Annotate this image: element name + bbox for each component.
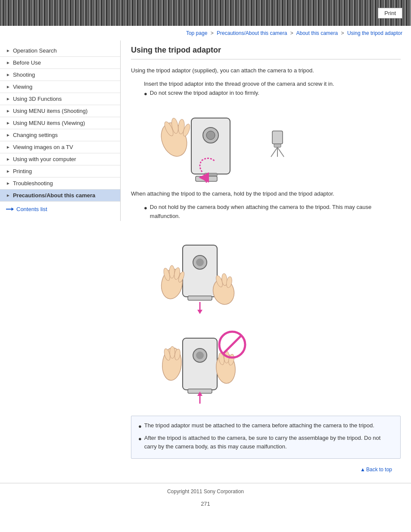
chevron-right-icon: ► (6, 193, 10, 198)
svg-point-23 (169, 265, 174, 278)
bullet-icon-3: ● (138, 422, 142, 431)
breadcrumb: Top page > Precautions/About this camera… (0, 26, 411, 40)
step1-bullet: ● Do not screw the tripod adaptor in too… (144, 89, 401, 99)
note1: ● The tripod adaptor must be attached to… (138, 421, 393, 431)
svg-line-16 (277, 147, 284, 157)
chevron-right-icon: ► (6, 157, 10, 162)
svg-point-34 (196, 352, 204, 359)
sidebar-item-viewing[interactable]: ► Viewing (0, 81, 120, 93)
diagram-2 (140, 228, 401, 314)
sidebar-item-shooting[interactable]: ► Shooting (0, 69, 120, 81)
page-number: 271 (0, 497, 411, 510)
arrow-right-icon (6, 207, 14, 212)
note2-text: After the tripod is attached to the came… (144, 434, 393, 452)
sidebar: ► Operation Search ► Before Use ► Shooti… (0, 40, 121, 221)
svg-marker-31 (197, 310, 202, 314)
note1-text: The tripod adaptor must be attached to t… (144, 421, 374, 430)
step2-bullet-text: Do not hold by the camera body when atta… (150, 203, 401, 221)
sidebar-item-menu-viewing[interactable]: ► Using MENU items (Viewing) (0, 117, 120, 129)
tripod-foot-diagram (265, 129, 290, 159)
sidebar-item-menu-shooting[interactable]: ► Using MENU items (Shooting) (0, 105, 120, 117)
svg-point-38 (170, 346, 175, 358)
chevron-right-icon: ► (6, 72, 10, 77)
chevron-right-icon: ► (6, 181, 10, 186)
svg-line-14 (271, 147, 277, 157)
bullet-icon: ● (144, 90, 147, 99)
sidebar-item-label: Troubleshooting (13, 180, 53, 187)
svg-rect-12 (272, 131, 283, 144)
sidebar-item-label: Using with your computer (13, 156, 76, 162)
sidebar-item-changing-settings[interactable]: ► Changing settings (0, 129, 120, 141)
info-box: ● The tripod adaptor must be attached to… (131, 416, 401, 459)
sidebar-item-label: Changing settings (13, 132, 58, 138)
step1-bullet-text: Do not screw the tripod adaptor in too f… (150, 89, 259, 98)
sidebar-item-label: Using MENU items (Shooting) (13, 108, 87, 114)
diagram-2-svg (140, 228, 260, 314)
back-to-top-link[interactable]: ▲Back to top (360, 467, 392, 473)
sidebar-item-printing[interactable]: ► Printing (0, 165, 120, 177)
print-button[interactable]: Print (378, 8, 402, 19)
svg-point-2 (206, 131, 215, 140)
header-bar: Print (0, 0, 411, 26)
sidebar-item-3d[interactable]: ► Using 3D Functions (0, 93, 120, 105)
chevron-right-icon: ► (6, 109, 10, 113)
main-layout: ► Operation Search ► Before Use ► Shooti… (0, 40, 411, 483)
chevron-right-icon: ► (6, 96, 10, 101)
page-title-area: Using the tripod adaptor (131, 40, 401, 59)
content-area: Using the tripod adaptor Using the tripo… (121, 40, 411, 483)
sidebar-item-label: Viewing (13, 84, 32, 90)
svg-rect-32 (183, 338, 217, 390)
intro-text: Using the tripod adaptor (supplied), you… (131, 66, 401, 75)
breadcrumb-link-top[interactable]: Top page (186, 30, 207, 36)
bullet-icon-2: ● (144, 204, 147, 213)
diagram-3 (140, 321, 401, 407)
sidebar-item-computer[interactable]: ► Using with your computer (0, 153, 120, 165)
sidebar-item-label: Viewing images on a TV (13, 144, 73, 150)
step1-text: Insert the tripod adaptor into the threa… (144, 80, 401, 89)
chevron-right-icon: ► (6, 60, 10, 65)
breadcrumb-link-tripod[interactable]: Using the tripod adaptor (347, 30, 402, 36)
step2-text: When attaching the tripod to the camera,… (131, 190, 401, 199)
diagram-1-svg (140, 105, 260, 183)
bullet-icon-4: ● (138, 435, 142, 444)
up-triangle-icon: ▲ (360, 467, 365, 473)
chevron-right-icon: ► (6, 145, 10, 149)
diagram-3-svg (140, 321, 260, 407)
breadcrumb-link-precautions[interactable]: Precautions/About this camera (217, 30, 287, 36)
note2: ● After the tripod is attached to the ca… (138, 434, 393, 452)
sidebar-item-before-use[interactable]: ► Before Use (0, 57, 120, 69)
contents-list-link[interactable]: Contents list (0, 202, 120, 217)
svg-rect-17 (183, 245, 217, 297)
svg-rect-20 (188, 296, 212, 300)
chevron-right-icon: ► (6, 133, 10, 137)
sidebar-item-label: Using MENU items (Viewing) (13, 120, 85, 126)
sidebar-item-label: Shooting (13, 72, 35, 78)
back-to-top-bar: ▲Back to top (131, 463, 401, 474)
copyright-text: Copyright 2011 Sony Corporation (167, 488, 244, 495)
sidebar-item-label: Using 3D Functions (13, 96, 62, 102)
sidebar-item-precautions[interactable]: ► Precautions/About this camera (0, 190, 120, 202)
back-to-top-label: Back to top (366, 467, 392, 473)
svg-rect-0 (191, 118, 230, 174)
step2-bullet: ● Do not hold by the camera body when at… (144, 203, 401, 221)
sidebar-item-label: Before Use (13, 59, 41, 66)
sidebar-item-operation-search[interactable]: ► Operation Search (0, 45, 120, 57)
breadcrumb-link-about[interactable]: About this camera (296, 30, 338, 36)
sidebar-item-label: Precautions/About this camera (13, 192, 95, 199)
svg-point-19 (196, 258, 204, 266)
chevron-right-icon: ► (6, 48, 10, 53)
diagram-1 (140, 105, 401, 183)
sidebar-item-troubleshooting[interactable]: ► Troubleshooting (0, 177, 120, 190)
svg-line-45 (223, 335, 242, 354)
chevron-right-icon: ► (6, 84, 10, 89)
svg-rect-13 (274, 144, 281, 147)
sidebar-item-label: Operation Search (13, 47, 57, 54)
chevron-right-icon: ► (6, 121, 10, 125)
contents-list-label: Contents list (16, 206, 47, 212)
footer: Copyright 2011 Sony Corporation (0, 483, 411, 497)
sidebar-item-label: Printing (13, 168, 32, 174)
chevron-right-icon: ► (6, 169, 10, 174)
sidebar-item-viewing-tv[interactable]: ► Viewing images on a TV (0, 141, 120, 153)
page-title: Using the tripod adaptor (131, 46, 401, 55)
